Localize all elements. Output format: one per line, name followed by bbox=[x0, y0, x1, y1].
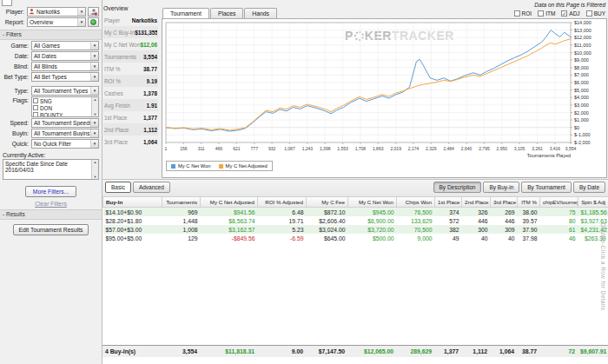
summary-spin-adj: $9,607.91 bbox=[578, 346, 608, 358]
checkbox-icon bbox=[538, 10, 544, 17]
column-header-my-c-net-adjusted[interactable]: My C Net Adjusted bbox=[201, 197, 258, 208]
chevron-down-icon: ▾ bbox=[90, 73, 98, 81]
scroll-down-icon[interactable]: ▼ bbox=[94, 112, 97, 116]
cell-my-c-net-adjusted: $8,563.74 bbox=[201, 216, 258, 225]
summary-1st-place: 1,377 bbox=[434, 346, 461, 358]
overview-stat-row: PlayerNarkotiks bbox=[103, 14, 158, 26]
legend-my-c-net-won: My C Net Won bbox=[171, 163, 211, 169]
quick-select[interactable]: No Quick Filter▾ bbox=[31, 139, 99, 149]
edit-tournament-results-button[interactable]: Edit Tournament Results bbox=[13, 224, 89, 235]
by-date-button[interactable]: By Date bbox=[573, 182, 605, 193]
stat-value: Narkotiks bbox=[132, 17, 157, 23]
report-row-1[interactable]: $14.10+$0.90969$941.566.48$872.10$945.00… bbox=[103, 208, 608, 217]
by-description-button[interactable]: By Description bbox=[433, 182, 482, 193]
chevron-down-icon: ▾ bbox=[90, 63, 98, 70]
toggle-buy[interactable]: BUY bbox=[586, 10, 605, 17]
svg-text:$2,000: $2,000 bbox=[574, 110, 589, 116]
results-section-header[interactable]: - Results bbox=[0, 209, 102, 220]
by-tournament-button[interactable]: By Tournament bbox=[521, 182, 572, 193]
report-row-3[interactable]: $57.00+$3.001,008$3,162.575.23$3,024.00$… bbox=[103, 225, 608, 234]
toggle-roi[interactable]: ROI bbox=[514, 10, 532, 17]
column-header-roi-adjusted[interactable]: ROI % Adjusted bbox=[258, 197, 307, 208]
overview-stat-row: 2nd Place1,112 bbox=[103, 123, 158, 136]
report-row-4[interactable]: $95.00+$5.00129-$849.56-6.59$645.00$500.… bbox=[103, 234, 608, 242]
toggle-label: ITM bbox=[545, 10, 555, 17]
double-click-hint: Double-Click a Row for Details bbox=[600, 223, 606, 310]
svg-text:$0: $0 bbox=[574, 125, 579, 130]
person-icon bbox=[90, 8, 97, 17]
legend-label: My C Net Won bbox=[178, 163, 211, 169]
net-won-chart: 11563114666217779321,0871,2431,3981,5531… bbox=[162, 19, 606, 160]
svg-text:1,863: 1,863 bbox=[373, 146, 384, 151]
player-select[interactable]: Narkotiks ▾ bbox=[27, 7, 86, 17]
blind-select[interactable]: All Blinds▾ bbox=[31, 62, 99, 71]
filtered-note: Data on this Page is Filtered bbox=[534, 2, 605, 8]
collapse-icon: - bbox=[3, 211, 4, 217]
flag-option-don[interactable]: DON bbox=[32, 104, 91, 111]
scroll-up-icon[interactable]: ▲ bbox=[94, 160, 97, 164]
more-filters-button[interactable]: More Filters... bbox=[25, 186, 77, 197]
cell-chipev-tourney: 80 bbox=[540, 216, 578, 225]
overview-stat-row: ROI %9.19 bbox=[103, 75, 158, 87]
column-header-my-c-net-won[interactable]: My C Net Won bbox=[348, 197, 397, 208]
type-select[interactable]: All Tournament Types▾ bbox=[31, 86, 99, 96]
results-header-label: Results bbox=[6, 211, 25, 217]
game-select[interactable]: All Games▾ bbox=[31, 41, 99, 50]
column-header-chips-won[interactable]: Chips Won bbox=[397, 197, 435, 208]
column-header-spin-adj[interactable]: Spin $ Adj bbox=[578, 197, 608, 208]
column-header-chipev-tourney[interactable]: chipEV/tourney bbox=[540, 197, 578, 208]
summary-roi-adjusted: 9.00 bbox=[257, 346, 306, 358]
column-header-tournaments[interactable]: Tournaments bbox=[162, 197, 201, 208]
report-row-2[interactable]: $28.20+$1.801,448$8,563.7419.71$2,606.40… bbox=[103, 216, 608, 225]
overview-stat-row: Tournaments3,554 bbox=[103, 50, 158, 63]
report-select[interactable]: Overview ▾ bbox=[27, 17, 86, 27]
cell-buy-in: $57.00+$3.00 bbox=[103, 225, 162, 234]
selected-value: All Dates bbox=[32, 53, 90, 59]
summary-chips-won: 289,629 bbox=[396, 346, 434, 358]
filters-section-header[interactable]: - Filters bbox=[0, 30, 102, 40]
column-header-my-c-fee[interactable]: My C Fee bbox=[307, 197, 348, 208]
clear-filters-link[interactable]: Clear Filters bbox=[35, 201, 67, 207]
cell-1st-place: 374 bbox=[435, 208, 462, 217]
player-row: Player: Narkotiks ▾ bbox=[2, 7, 99, 17]
buyin-select[interactable]: All Tournament Buyins▾ bbox=[31, 129, 99, 138]
bet-type-select[interactable]: All Bet Types▾ bbox=[31, 72, 99, 82]
svg-text:3,261: 3,261 bbox=[532, 146, 543, 151]
flag-option-bounty[interactable]: BOUNTY bbox=[32, 111, 91, 117]
cell-my-c-net-adjusted: -$849.56 bbox=[201, 234, 258, 242]
tab-bar: TournamentPlacesHands bbox=[162, 3, 278, 18]
stat-value: 1,377 bbox=[143, 115, 157, 121]
column-header-itm[interactable]: ITM % bbox=[518, 197, 540, 208]
filter-row: Speed:All Tournament Speeds▾ bbox=[2, 118, 99, 128]
active-filters-scrollbar[interactable]: ▲ ▼ bbox=[91, 160, 98, 179]
filter-label: Type: bbox=[2, 88, 31, 94]
chevron-down-icon: ▾ bbox=[90, 119, 98, 127]
table-head: Buy-InTournamentsMy C Net AdjustedROI % … bbox=[103, 197, 608, 208]
basic-button[interactable]: Basic bbox=[105, 182, 131, 193]
speed-select[interactable]: All Tournament Speeds▾ bbox=[31, 118, 99, 128]
advanced-button[interactable]: Advanced bbox=[133, 182, 170, 193]
svg-text:2,950: 2,950 bbox=[497, 146, 508, 151]
toggle-adj[interactable]: ✓ADJ bbox=[561, 10, 579, 17]
svg-text:$14,000: $14,000 bbox=[574, 20, 591, 25]
column-header-2nd-place[interactable]: 2nd Place bbox=[462, 197, 491, 208]
checkbox-icon[interactable] bbox=[33, 98, 38, 103]
checkbox-icon[interactable] bbox=[33, 112, 38, 117]
cell-my-c-net-won: $3,720.00 bbox=[348, 225, 397, 234]
scroll-down-icon[interactable]: ▼ bbox=[94, 175, 97, 179]
cell-chips-won: 76,500 bbox=[397, 208, 435, 217]
toggle-itm[interactable]: ITM bbox=[538, 10, 555, 17]
flags-scrollbar[interactable]: ▲ ▼ bbox=[91, 97, 98, 116]
flag-option-sng[interactable]: SNG bbox=[32, 97, 91, 104]
date-select[interactable]: All Dates▾ bbox=[31, 51, 99, 61]
select-player-button[interactable] bbox=[88, 7, 99, 17]
scroll-up-icon[interactable]: ▲ bbox=[94, 97, 97, 102]
svg-text:1,708: 1,708 bbox=[355, 146, 367, 151]
report-label: Report: bbox=[2, 19, 27, 25]
column-header-1st-place[interactable]: 1st Place bbox=[435, 197, 462, 208]
by-buy-in-button[interactable]: By Buy-in bbox=[483, 182, 519, 193]
checkbox-icon[interactable] bbox=[33, 105, 38, 110]
column-header-buy-in[interactable]: Buy-In bbox=[103, 197, 162, 208]
column-header-3rd-place[interactable]: 3rd Place bbox=[491, 197, 518, 208]
run-report-button[interactable] bbox=[88, 17, 99, 27]
